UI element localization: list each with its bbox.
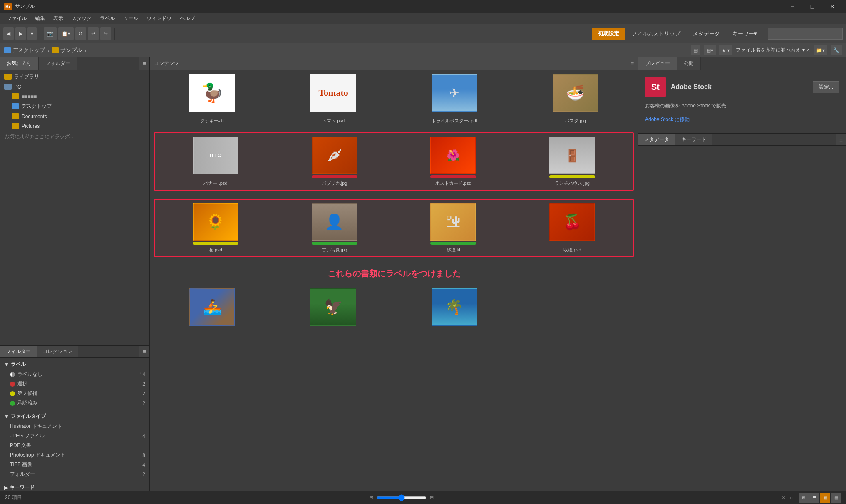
tab-preview[interactable]: プレビュー	[638, 57, 677, 70]
stock-settings-button[interactable]: 設定...	[813, 81, 839, 93]
workspace-tab-default[interactable]: 初期設定	[592, 28, 625, 40]
tab-keywords[interactable]: キーワード	[675, 134, 712, 145]
label-bar-travel	[432, 113, 477, 116]
breadcrumb-item-sample[interactable]: サンプル	[52, 47, 82, 54]
maximize-button[interactable]: □	[803, 0, 822, 13]
tab-publish[interactable]: 公開	[677, 57, 701, 70]
thumb-tomato[interactable]: Tomato トマト.psd	[275, 74, 392, 124]
content-menu-btn[interactable]: ≡	[631, 61, 634, 67]
thumb-pasta[interactable]: 🍜 パスタ.jpg	[517, 74, 634, 124]
tab-favorites[interactable]: お気に入り	[0, 57, 39, 70]
label-select-row[interactable]: 選択 2	[0, 379, 149, 389]
keyword-filter-section: ▶ キーワード	[0, 481, 149, 491]
tree-item-pc[interactable]: PC	[0, 82, 149, 92]
tree-item-library[interactable]: ライブラリ	[0, 72, 149, 82]
filetype-psd-row[interactable]: Photoshop ドキュメント 8	[0, 450, 149, 460]
view-mode-filmstrip[interactable]: ▤	[831, 493, 841, 503]
tree-item-pictures[interactable]: Pictures	[0, 121, 149, 131]
window-controls[interactable]: － □ ✕	[783, 0, 842, 13]
label-candidate-row[interactable]: 第２候補 2	[0, 389, 149, 398]
filter-menu-button[interactable]: ≡	[139, 346, 149, 357]
path-view-button[interactable]: ▦▾	[704, 45, 716, 55]
thumb-ducky[interactable]: 🦆 ダッキー-.tif	[154, 74, 271, 124]
grid-view-button[interactable]: ▦	[691, 45, 700, 55]
menu-edit[interactable]: 編集	[32, 14, 48, 23]
back-button[interactable]: ◀	[3, 27, 14, 40]
folder-new-button[interactable]: 📁▾	[814, 45, 827, 55]
tab-metadata[interactable]: メタデータ	[638, 134, 675, 145]
label-none-row[interactable]: ラベルなし 14	[0, 370, 149, 379]
panel-menu-button[interactable]: ≡	[139, 57, 149, 70]
filetype-ai-text: Illustrator ドキュメント	[10, 423, 62, 430]
stock-link[interactable]: Adobe Stock に移動	[645, 117, 690, 122]
workspace-tab-filmstrip[interactable]: フィルムストリップ	[626, 28, 686, 40]
close-button[interactable]: ✕	[823, 0, 842, 13]
search-input[interactable]	[768, 28, 843, 40]
thumb-paprika[interactable]: 🌶 パプリカ.jpg	[277, 137, 392, 186]
menu-help[interactable]: ヘルプ	[176, 14, 198, 23]
workspace-tab-metadata[interactable]: メタデータ	[687, 28, 726, 40]
menu-window[interactable]: ウィンドウ	[143, 14, 175, 23]
copy-button[interactable]: 📋▾	[58, 27, 74, 40]
label-approved-count: 2	[142, 400, 145, 406]
thumb-eagle[interactable]: 🦅	[275, 288, 392, 332]
filetype-ai-row[interactable]: Illustrator ドキュメント 1	[0, 422, 149, 431]
label-filter-header[interactable]: ▼ ラベル	[0, 359, 149, 370]
filetype-tiff-row[interactable]: TIFF 画像 4	[0, 460, 149, 469]
camera-button[interactable]: 📷	[44, 27, 57, 40]
thumbnail-size-slider[interactable]	[377, 494, 427, 501]
label-bar-tomato	[310, 113, 356, 116]
metadata-tabs: メタデータ キーワード ≡	[638, 134, 846, 146]
workspace-tab-keywords[interactable]: キーワー▾	[727, 28, 763, 40]
menu-view[interactable]: 表示	[50, 14, 67, 23]
filetype-jpg-row[interactable]: JPEG ファイル 4	[0, 431, 149, 441]
selection-row-2: 🌻 花.psd 👤 古い写真.jpg 🏜 砂漠.tif	[158, 203, 630, 253]
tab-collection[interactable]: コレクション	[37, 346, 78, 357]
separator-1	[40, 28, 40, 40]
thumb-postcard[interactable]: 🌺 ポストカード.psd	[396, 137, 511, 186]
filetype-folder-row[interactable]: フォルダー 2	[0, 469, 149, 479]
breadcrumb-right: ▦ ▦▾ ★ ▾ ファイル名を基準に並べ替え ▾ ∧ 📁▾ 🔧	[691, 45, 842, 55]
filetype-jpg-text: JPEG ファイル	[10, 432, 45, 439]
view-mode-detail[interactable]: ▦	[820, 493, 830, 503]
meta-menu-button[interactable]: ≡	[836, 134, 846, 145]
menu-label[interactable]: ラベル	[97, 14, 118, 23]
menu-file[interactable]: ファイル	[3, 14, 30, 23]
label-bar-lunchhouse	[549, 175, 595, 178]
label-bar-postcard	[430, 175, 476, 178]
thumb-palm[interactable]: 🌴	[396, 288, 513, 332]
rotate-button[interactable]: ↺	[75, 27, 86, 40]
thumb-old-photo[interactable]: 👤 古い写真.jpg	[277, 203, 392, 253]
thumb-desert[interactable]: 🏜 砂漠.tif	[396, 203, 511, 253]
tree-item-desktop[interactable]: デスクトップ	[0, 101, 149, 112]
menu-tools[interactable]: ツール	[120, 14, 141, 23]
menu-stack[interactable]: スタック	[68, 14, 95, 23]
minimize-button[interactable]: －	[783, 0, 802, 13]
undo-button[interactable]: ↩	[88, 27, 99, 40]
star-filter[interactable]: ★ ▾	[719, 45, 732, 55]
keyword-filter-header[interactable]: ▶ キーワード	[0, 482, 149, 491]
tab-filter[interactable]: フィルター	[0, 346, 37, 357]
tree-item-documents[interactable]: Documents	[0, 112, 149, 121]
breadcrumb-separator-1: ›	[47, 47, 50, 54]
filetype-tiff-text: TIFF 画像	[10, 461, 32, 468]
label-approved-row[interactable]: 承認済み 2	[0, 398, 149, 408]
tab-folders[interactable]: フォルダー	[39, 57, 77, 70]
filetype-pdf-row[interactable]: PDF 文書 1	[0, 441, 149, 450]
view-mode-grid[interactable]: ⊞	[799, 493, 809, 503]
tree-item-user[interactable]: ■■■■■	[0, 92, 149, 101]
filter-button[interactable]: 🔧	[831, 45, 842, 55]
thumb-banner[interactable]: ITTO バナー-.psd	[158, 137, 273, 186]
thumb-harvest[interactable]: 🍒 収穫.psd	[515, 203, 630, 253]
documents-icon	[12, 113, 19, 119]
nav-dropdown[interactable]: ▾	[27, 27, 37, 40]
thumb-hana[interactable]: 🌻 花.psd	[158, 203, 273, 253]
redo-button[interactable]: ↪	[100, 27, 111, 40]
thumb-travel[interactable]: ✈ トラベルポスター-.pdf	[396, 74, 513, 124]
filetype-filter-header[interactable]: ▼ ファイルタイプ	[0, 411, 149, 422]
thumb-lunchhouse[interactable]: 🚪 ランチハウス.jpg	[515, 137, 630, 186]
view-mode-list[interactable]: ☰	[809, 493, 819, 503]
forward-button[interactable]: ▶	[15, 27, 26, 40]
breadcrumb-item-desktop[interactable]: デスクトップ	[4, 47, 45, 54]
thumb-boat[interactable]: 🚣	[154, 288, 271, 332]
